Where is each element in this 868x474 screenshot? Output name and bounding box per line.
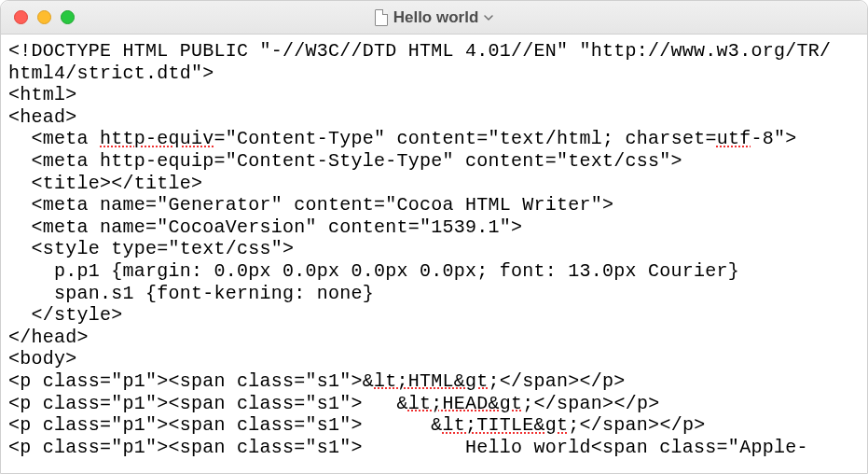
document-icon: [375, 9, 388, 26]
spellcheck-underline: lt;HEAD&gt: [408, 393, 523, 414]
code-line: <p class="p1"><span class="s1"> &lt;TITL…: [8, 414, 860, 437]
code-line: <p class="p1"><span class="s1"> &lt;HEAD…: [8, 393, 860, 415]
code-line: p.p1 {margin: 0.0px 0.0px 0.0px 0.0px; f…: [8, 260, 860, 283]
code-line: <!DOCTYPE HTML PUBLIC "-//W3C//DTD HTML …: [8, 40, 860, 63]
spellcheck-underline: http-equiv: [100, 128, 214, 149]
traffic-lights: [1, 10, 75, 24]
code-line: html4/strict.dtd">: [8, 63, 860, 85]
code-line: <style type="text/css">: [8, 238, 860, 260]
code-line: <body>: [8, 348, 860, 370]
code-line: <meta name="Generator" content="Cocoa HT…: [8, 194, 860, 216]
text-content[interactable]: <!DOCTYPE HTML PUBLIC "-//W3C//DTD HTML …: [1, 35, 867, 473]
code-line: </style>: [8, 304, 860, 327]
code-line: <title></title>: [8, 173, 860, 195]
code-line: <html>: [8, 84, 860, 106]
maximize-button[interactable]: [61, 10, 75, 24]
code-line: span.s1 {font-kerning: none}: [8, 283, 860, 305]
code-line: <meta name="CocoaVersion" content="1539.…: [8, 216, 860, 239]
window-titlebar: Hello world: [1, 1, 867, 35]
title-center: Hello world: [1, 8, 867, 27]
close-button[interactable]: [14, 10, 28, 24]
code-line: <meta http-equiv="Content-Type" content=…: [8, 128, 860, 150]
window-title: Hello world: [393, 8, 479, 27]
code-line: <p class="p1"><span class="s1">&lt;HTML&…: [8, 370, 860, 393]
code-line: <head>: [8, 106, 860, 129]
code-line: <meta http-equip="Content-Style-Type" co…: [8, 150, 860, 173]
code-line: <p class="p1"><span class="s1"> Hello wo…: [8, 437, 860, 459]
minimize-button[interactable]: [37, 10, 51, 24]
chevron-down-icon[interactable]: [484, 13, 493, 22]
spellcheck-underline: lt;TITLE&gt: [443, 414, 569, 436]
spellcheck-underline: utf: [717, 128, 751, 149]
code-line: </head>: [8, 327, 860, 349]
spellcheck-underline: lt;HTML&gt: [374, 370, 489, 392]
